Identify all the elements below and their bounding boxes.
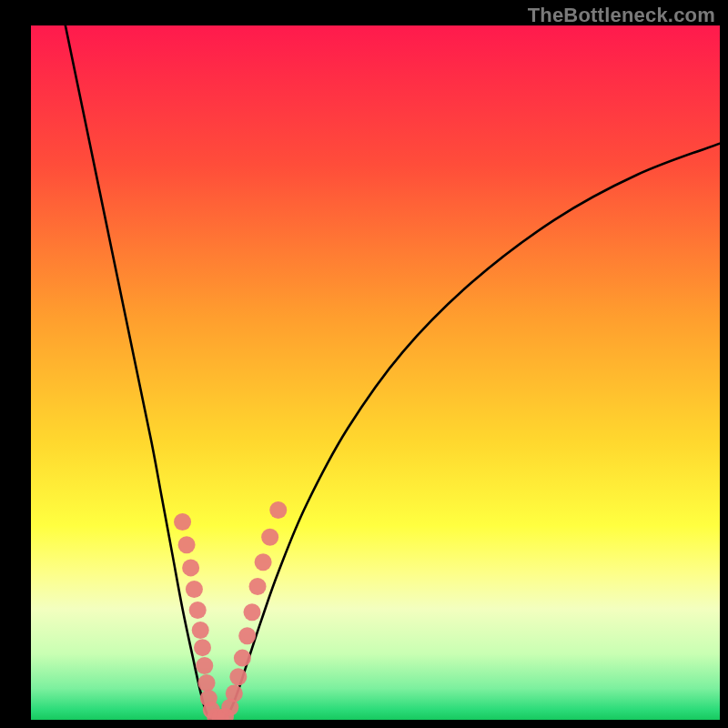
data-marker xyxy=(192,622,209,639)
data-marker xyxy=(226,685,243,703)
gradient-background xyxy=(31,25,720,720)
data-marker xyxy=(261,529,278,546)
data-marker xyxy=(234,650,251,667)
data-marker xyxy=(238,627,256,644)
data-marker xyxy=(174,513,191,531)
data-marker xyxy=(243,603,260,621)
chart-svg xyxy=(31,25,720,720)
chart-frame: TheBottleneck.com xyxy=(0,0,728,728)
data-marker xyxy=(269,501,287,519)
data-marker xyxy=(194,639,211,656)
watermark-text: TheBottleneck.com xyxy=(528,4,715,27)
data-marker xyxy=(196,657,213,674)
data-marker xyxy=(229,668,247,685)
data-marker xyxy=(178,536,196,553)
data-marker xyxy=(189,602,207,619)
plot-area xyxy=(31,25,720,720)
data-marker xyxy=(186,581,203,598)
data-marker xyxy=(255,553,272,571)
data-marker xyxy=(249,578,267,595)
data-marker xyxy=(198,674,216,692)
data-marker xyxy=(182,559,199,576)
